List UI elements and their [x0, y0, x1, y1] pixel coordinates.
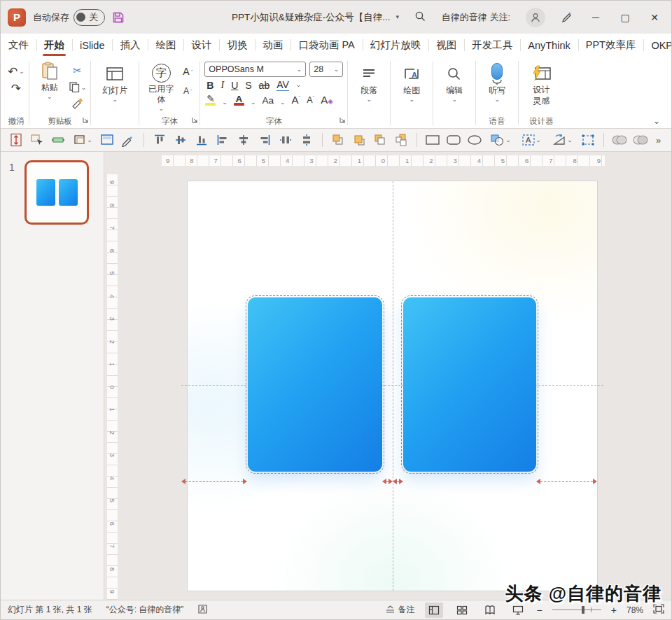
chevron-down-icon[interactable]: ⌄	[81, 85, 87, 91]
chevron-down-icon[interactable]: ⌄	[495, 97, 500, 103]
chevron-down-icon[interactable]: ⌄	[113, 97, 118, 103]
title-dropdown-icon[interactable]: ▾	[396, 14, 400, 20]
grow-font-button[interactable]: Aˆ	[292, 94, 301, 106]
tab-ppt-library[interactable]: PPT效率库	[578, 34, 644, 57]
autosave-toggle[interactable]: 自动保存 关	[33, 9, 105, 26]
rotate-shape-button[interactable]: ⌄	[549, 132, 575, 148]
collapse-ribbon-icon[interactable]: ⌄	[653, 117, 660, 125]
chevron-down-icon[interactable]: ⌄	[280, 99, 286, 106]
avatar[interactable]	[526, 8, 545, 27]
dictate-button[interactable]: 听写 ⌄	[480, 61, 514, 103]
align-bottom-button[interactable]	[193, 132, 210, 148]
tab-animations[interactable]: 动画	[255, 34, 290, 57]
shrink-font-button-2[interactable]: Aˇ	[180, 83, 195, 99]
rounded-rectangle-shape-button[interactable]	[445, 132, 462, 148]
tab-okplus[interactable]: OKPlus 8.5	[643, 34, 672, 57]
change-case-button[interactable]: Aa	[262, 95, 274, 106]
document-title[interactable]: PPT小知识&疑难杂症-公众号【自律... ▾	[232, 11, 399, 24]
crop-frame-button[interactable]: ⌄	[71, 132, 94, 148]
view-reading-button[interactable]	[481, 603, 499, 618]
slide-thumbnail-panel[interactable]: 1	[1, 152, 104, 601]
font-color-button[interactable]: A	[234, 94, 244, 106]
chevron-down-icon[interactable]: ⌄	[251, 99, 256, 106]
drawing-button[interactable]: A 绘图 ⌄	[395, 61, 428, 103]
used-font-button[interactable]: 字 已用字体 ⌄	[144, 61, 178, 112]
paste-button[interactable]: 粘贴 ⌄	[34, 61, 66, 100]
tab-insert[interactable]: 插入	[112, 34, 148, 57]
tab-developer[interactable]: 开发工具	[464, 34, 520, 57]
horizontal-ruler[interactable]: 9876543210123456789	[162, 155, 605, 166]
zoom-slider[interactable]	[552, 610, 601, 610]
grow-font-button-2[interactable]: Aˆ	[180, 64, 195, 79]
tab-view[interactable]: 视图	[428, 34, 464, 57]
font-size-combobox[interactable]: 28 ⌄	[309, 62, 343, 77]
tab-home[interactable]: 开始	[36, 34, 72, 57]
align-top-button[interactable]	[151, 132, 168, 148]
chevron-down-icon[interactable]: ⌄	[222, 99, 227, 106]
design-ideas-button[interactable]: 设计 灵感	[523, 61, 559, 106]
text-box-button[interactable]: A ⌄	[518, 132, 545, 148]
send-to-back-button[interactable]	[393, 132, 410, 148]
align-table-button[interactable]	[50, 132, 66, 148]
align-middle-button[interactable]	[172, 132, 189, 148]
vertical-ruler[interactable]: 9876543210123456789	[107, 174, 118, 600]
chevron-down-icon[interactable]: ⌄	[367, 97, 372, 103]
align-right-button[interactable]	[256, 132, 273, 148]
chevron-down-icon[interactable]: ⌄	[47, 94, 52, 100]
blue-rounded-rectangle-left[interactable]	[248, 297, 382, 472]
slide-canvas[interactable]	[188, 181, 597, 591]
font-name-combobox[interactable]: OPPOSans M ⌄	[204, 62, 306, 77]
tab-file[interactable]: 文件	[1, 34, 36, 57]
save-icon[interactable]	[112, 11, 125, 24]
pen-sparkle-icon[interactable]	[561, 10, 573, 24]
edit-points-button[interactable]	[580, 132, 596, 148]
ellipse-shape-button[interactable]	[466, 132, 483, 148]
undo-button[interactable]: ↶ ⌄	[8, 64, 24, 79]
shrink-font-button[interactable]: Aˇ	[307, 94, 314, 105]
distribute-vertical-button[interactable]	[298, 132, 315, 148]
chevron-down-icon[interactable]: ⌄	[296, 82, 302, 88]
editing-canvas[interactable]: 9876543210123456789 9876543210123456789	[105, 152, 671, 601]
tab-slideshow[interactable]: 幻灯片放映	[363, 34, 429, 57]
font-dialog-launcher-icon-2[interactable]	[340, 113, 346, 126]
zoom-slider-thumb[interactable]	[582, 606, 584, 614]
redo-button[interactable]: ↷	[8, 80, 24, 96]
chevron-down-icon[interactable]: ⌄	[452, 97, 458, 103]
search-icon[interactable]	[414, 10, 426, 24]
select-object-button[interactable]	[29, 132, 46, 148]
clear-formatting-button[interactable]: A◈	[321, 94, 333, 106]
tab-draw[interactable]: 绘图	[148, 34, 183, 57]
qat-overflow-icon[interactable]: »	[653, 135, 664, 146]
tab-transitions[interactable]: 切换	[219, 34, 255, 57]
tab-islide[interactable]: iSlide	[72, 34, 112, 57]
new-slide-button[interactable]: 幻灯片 ⌄	[95, 61, 134, 103]
slide-thumbnail[interactable]	[24, 160, 89, 225]
paragraph-button[interactable]: 段落 ⌄	[352, 61, 386, 103]
blue-rounded-rectangle-right[interactable]	[403, 297, 536, 472]
layout-button[interactable]	[99, 132, 115, 148]
tab-anythink[interactable]: AnyThink	[520, 34, 578, 57]
notes-button[interactable]: 备注	[385, 604, 415, 616]
shadow-button[interactable]: S	[245, 80, 251, 91]
autosave-switch[interactable]: 关	[74, 9, 105, 26]
chevron-down-icon[interactable]: ⌄	[410, 97, 415, 103]
bring-to-front-button[interactable]	[351, 132, 368, 148]
bring-forward-button[interactable]	[330, 132, 346, 148]
cut-button[interactable]: ✂	[69, 63, 87, 78]
underline-button[interactable]: U	[231, 80, 238, 91]
rectangle-shape-button[interactable]	[424, 132, 441, 148]
view-slide-sorter-button[interactable]	[453, 603, 471, 618]
strikethrough-button[interactable]: ab	[259, 80, 270, 91]
close-button[interactable]: ✕	[648, 12, 662, 23]
maximize-button[interactable]: ▢	[618, 12, 632, 23]
character-spacing-button[interactable]: AV	[276, 79, 289, 91]
italic-button[interactable]: I	[220, 80, 224, 91]
chevron-down-icon[interactable]: ⌄	[19, 69, 24, 75]
accessibility-icon[interactable]	[197, 604, 208, 617]
clipboard-dialog-launcher-icon[interactable]	[83, 113, 89, 126]
merge-combine-button[interactable]	[632, 132, 649, 148]
align-left-button[interactable]	[214, 132, 231, 148]
shapes-gallery-button[interactable]: ⌄	[487, 132, 514, 148]
format-painter-button[interactable]	[69, 97, 87, 112]
align-center-button[interactable]	[235, 132, 252, 148]
